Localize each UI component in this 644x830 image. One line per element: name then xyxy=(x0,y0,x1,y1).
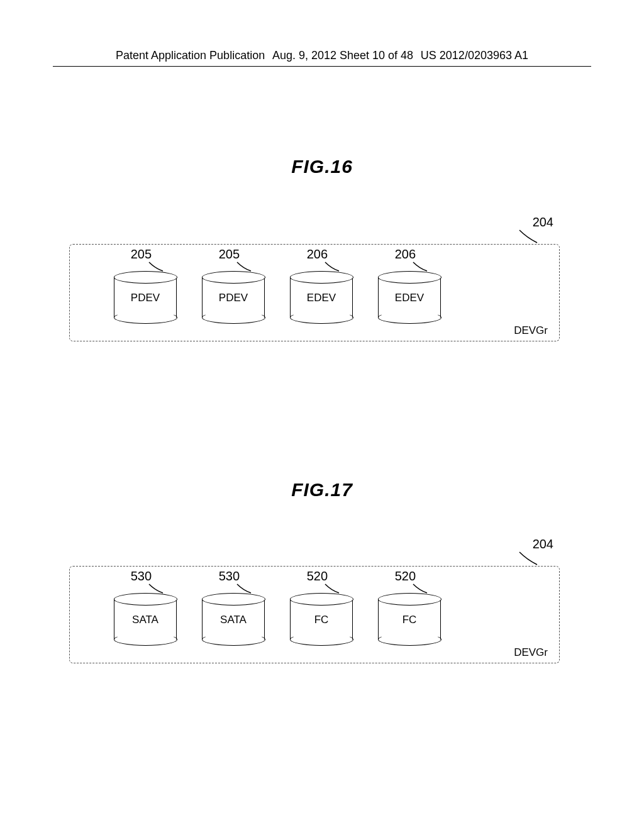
fig16-group-ref: 204 xyxy=(533,215,553,230)
header-right: US 2012/0203963 A1 xyxy=(421,49,528,62)
header-left: Patent Application Publication xyxy=(116,49,265,62)
fig16-cyl2-label: PDEV xyxy=(219,292,248,304)
fig17-cylinder-4: 520 FC xyxy=(378,599,441,639)
fig17-cyl4-ref: 520 xyxy=(395,569,416,584)
fig16-cylinder-4: 206 EDEV xyxy=(378,277,441,318)
figure-17-caption: FIG.17 xyxy=(0,479,644,501)
header-mid: Aug. 9, 2012 Sheet 10 of 48 xyxy=(272,49,413,62)
fig17-cyl3-label: FC xyxy=(314,614,329,626)
figure-16-caption: FIG.16 xyxy=(0,156,644,177)
fig17-devgr-label: DEVGr xyxy=(514,646,548,659)
fig17-cylinder-2: 530 SATA xyxy=(202,599,265,639)
fig17-cyl1-label: SATA xyxy=(132,614,158,626)
fig17-cyl4-label: FC xyxy=(402,614,417,626)
fig16-cyl3-ref: 206 xyxy=(307,247,328,262)
fig16-cylinder-2: 205 PDEV xyxy=(202,277,265,318)
fig16-cylinder-3: 206 EDEV xyxy=(290,277,353,318)
fig16-cyl1-ref: 205 xyxy=(131,247,152,262)
fig17-cyl2-label: SATA xyxy=(220,614,247,626)
fig16-devgr-label: DEVGr xyxy=(514,324,548,337)
figure-17: 204 DEVGr 530 SATA 530 SATA 520 xyxy=(69,566,560,673)
fig16-cyl4-ref: 206 xyxy=(395,247,416,262)
leader-line-icon xyxy=(518,229,542,244)
fig17-cyl3-ref: 520 xyxy=(307,569,328,584)
fig16-cyl1-label: PDEV xyxy=(131,292,160,304)
fig16-cyl3-label: EDEV xyxy=(307,292,336,304)
fig16-cyl4-label: EDEV xyxy=(395,292,424,304)
fig16-devgr-box: DEVGr 205 PDEV 205 PDEV 206 E xyxy=(69,244,560,341)
fig16-cylinder-1: 205 PDEV xyxy=(114,277,177,318)
fig17-group-ref: 204 xyxy=(533,537,553,551)
leader-line-icon xyxy=(518,551,542,566)
fig17-cylinder-1: 530 SATA xyxy=(114,599,177,639)
fig17-cylinder-3: 520 FC xyxy=(290,599,353,639)
figure-16: 204 DEVGr 205 PDEV 205 PDEV 206 xyxy=(69,244,560,351)
page-header: Patent Application Publication Aug. 9, 2… xyxy=(53,49,591,67)
fig17-cyl1-ref: 530 xyxy=(131,569,152,584)
fig17-cyl2-ref: 530 xyxy=(219,569,240,584)
fig17-devgr-box: DEVGr 530 SATA 530 SATA 520 F xyxy=(69,566,560,663)
fig16-cyl2-ref: 205 xyxy=(219,247,240,262)
